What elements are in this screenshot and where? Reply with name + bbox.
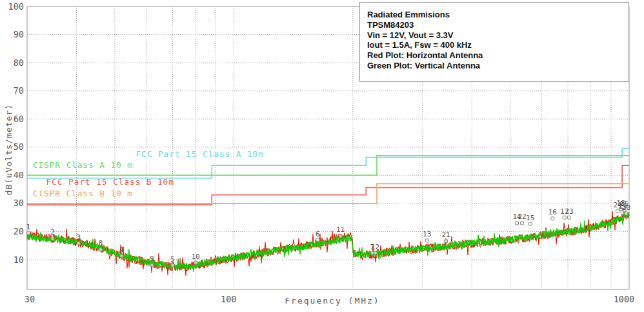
- y-tick-label: 30: [14, 198, 24, 208]
- peak-label: 3: [76, 233, 81, 242]
- peak-label: 5: [170, 255, 175, 264]
- legend-part-number: TPSM84203: [367, 20, 629, 30]
- peak-marker: [77, 242, 80, 245]
- y-tick-label: 60: [14, 114, 24, 124]
- peak-label: 22: [518, 213, 526, 221]
- peak-marker: [51, 237, 54, 240]
- peak-marker: [316, 238, 319, 242]
- y-tick-label: 20: [14, 226, 24, 236]
- y-tick-label: 80: [14, 57, 24, 68]
- limit-label-cispr-class-b: CISPR Class B 10 m: [33, 189, 133, 198]
- peak-label: 1: [26, 223, 30, 231]
- peak-label: 13: [423, 230, 431, 238]
- peak-label: 21: [441, 231, 450, 239]
- y-tick-label: 10: [14, 255, 24, 265]
- peak-label: 15: [526, 214, 534, 222]
- y-tick-label: 50: [14, 141, 24, 152]
- peak-marker: [26, 231, 30, 234]
- y-tick-label: 40: [14, 170, 24, 180]
- peak-label: 6: [316, 230, 320, 238]
- peak-marker: [425, 239, 428, 242]
- peak-label: 4: [119, 245, 124, 254]
- peak-marker: [374, 251, 377, 255]
- y-tick-label: 70: [14, 85, 24, 96]
- peak-marker: [171, 264, 174, 267]
- peak-marker: [445, 240, 448, 243]
- limit-label-fcc-part15-class-b: FCC Part 15 Class B 10m: [46, 177, 174, 187]
- peak-label: 20: [622, 203, 630, 212]
- legend-green-plot: Green Plot: Vertical Antenna: [367, 61, 629, 71]
- peak-marker: [99, 248, 102, 251]
- peak-marker: [120, 255, 123, 258]
- peak-marker: [551, 217, 554, 220]
- x-tick-label: 30: [25, 294, 35, 304]
- y-tick-label: 90: [14, 29, 24, 39]
- peak-label: 16: [548, 208, 557, 216]
- peak-marker: [339, 234, 342, 238]
- legend-red-plot: Red Plot: Horizontal Antenna: [367, 50, 629, 61]
- peak-marker: [521, 222, 524, 225]
- x-tick-label: 1000: [614, 294, 635, 304]
- legend-title: Radiated Emmisions: [367, 10, 629, 20]
- peak-label: 23: [565, 207, 573, 216]
- legend-box: Radiated Emmisions TPSM84203 Vin = 12V, …: [359, 2, 629, 82]
- peak-label: 11: [336, 225, 345, 234]
- legend-vin-vout: Vin = 12V, Vout = 3.3V: [367, 30, 629, 41]
- peak-label: 10: [191, 253, 199, 261]
- peak-label: 9: [150, 255, 154, 263]
- peak-marker: [194, 261, 197, 264]
- y-axis-title: dB(uVolts/meter): [4, 95, 14, 205]
- x-axis-title: Frequency (MHz): [232, 296, 432, 306]
- legend-iout-fsw: Iout = 1.5A, Fsw = 400 kHz: [367, 40, 629, 50]
- peak-marker: [516, 222, 519, 225]
- limit-label-fcc-part15-class-a: FCC Part 15 Class A 10m: [136, 149, 263, 159]
- peak-label: 2: [50, 228, 55, 236]
- peak-marker: [568, 216, 571, 219]
- peak-label: 12: [371, 243, 379, 251]
- peak-marker: [150, 264, 154, 267]
- peak-marker: [563, 216, 566, 219]
- peak-marker: [528, 222, 532, 225]
- peak-label: 8: [98, 239, 103, 247]
- peak-marker: [625, 212, 628, 215]
- y-tick-label: 100: [8, 1, 24, 12]
- radiated-emissions-chart: 102030405060708090100301001000FCC Part 1…: [0, 0, 644, 312]
- limit-label-cispr-class-a: CISPR Class A 10 m: [33, 160, 133, 170]
